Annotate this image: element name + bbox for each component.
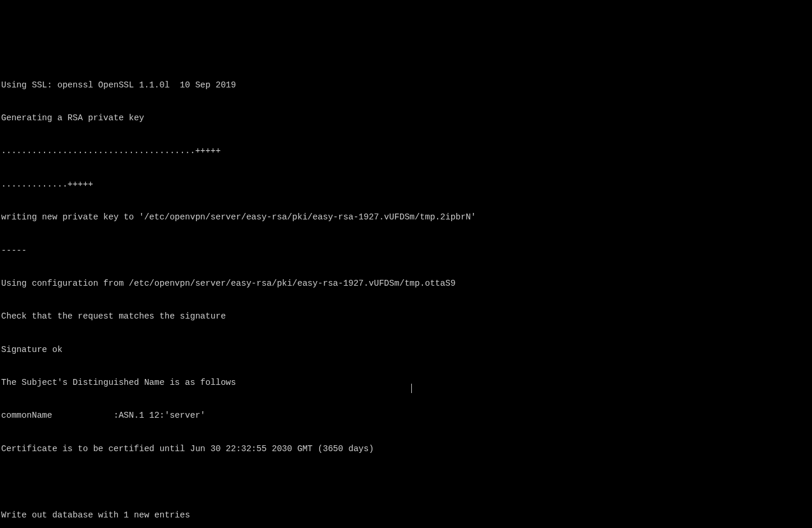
terminal[interactable]: Using SSL: openssl OpenSSL 1.1.0l 10 Sep… (0, 55, 812, 528)
terminal-line: .............+++++ (1, 179, 811, 190)
terminal-line: ----- (1, 245, 811, 256)
terminal-line: writing new private key to '/etc/openvpn… (1, 212, 811, 223)
terminal-line: ......................................++… (1, 145, 811, 157)
terminal-line: Using SSL: openssl OpenSSL 1.1.0l 10 Sep… (1, 80, 811, 91)
terminal-line: Certificate is to be certified until Jun… (1, 444, 811, 455)
text-caret-icon (411, 384, 412, 393)
terminal-line: Check that the request matches the signa… (1, 311, 811, 322)
terminal-line: Generating a RSA private key (1, 113, 811, 124)
terminal-line: Using configuration from /etc/openvpn/se… (1, 278, 811, 289)
terminal-line: The Subject's Distinguished Name is as f… (1, 377, 811, 388)
terminal-line: Write out database with 1 new entries (1, 510, 811, 521)
terminal-line: Signature ok (1, 344, 811, 356)
terminal-line (1, 476, 811, 488)
terminal-line: commonName :ASN.1 12:'server' (1, 410, 811, 421)
